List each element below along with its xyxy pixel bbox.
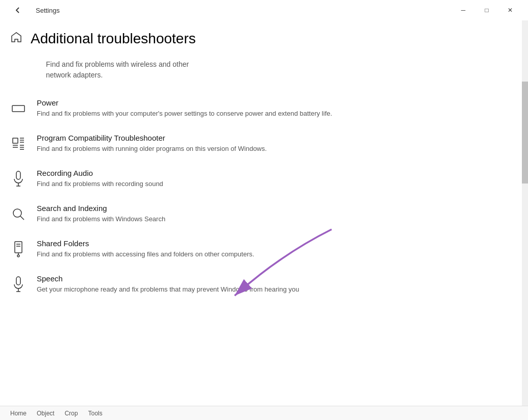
speech-title: Speech xyxy=(37,274,508,283)
toolbar-crop[interactable]: Crop xyxy=(65,410,78,417)
compat-text: Program Compatibility Troubleshooter Fin… xyxy=(37,134,508,154)
power-title: Power xyxy=(37,98,508,107)
svg-rect-10 xyxy=(16,171,20,179)
svg-point-13 xyxy=(13,209,21,217)
troubleshooter-power[interactable]: Power Find and fix problems with your co… xyxy=(10,91,508,126)
title-bar-left: Settings xyxy=(6,2,60,18)
window-controls: ─ □ ✕ xyxy=(451,2,522,18)
search-title: Search and Indexing xyxy=(37,204,508,213)
app-title: Settings xyxy=(36,7,60,14)
scrollbar-thumb[interactable] xyxy=(522,82,528,183)
maximize-button[interactable]: □ xyxy=(475,2,498,18)
toolbar-home[interactable]: Home xyxy=(10,410,27,417)
speech-icon xyxy=(10,274,27,295)
power-text: Power Find and fix problems with your co… xyxy=(37,98,508,119)
shared-title: Shared Folders xyxy=(37,239,508,248)
compat-icon xyxy=(10,134,27,154)
compat-title: Program Compatibility Troubleshooter xyxy=(37,134,508,142)
truncated-line1: Find and fix problems with wireless and … xyxy=(46,59,508,70)
toolbar-tools[interactable]: Tools xyxy=(88,410,103,417)
back-button[interactable] xyxy=(6,2,30,18)
svg-rect-0 xyxy=(12,106,24,112)
title-bar: Settings ─ □ ✕ xyxy=(0,0,528,20)
page-header: Additional troubleshooters xyxy=(10,31,508,47)
minimize-button[interactable]: ─ xyxy=(451,2,475,18)
speech-text: Speech Get your microphone ready and fix… xyxy=(37,274,508,295)
shared-desc: Find and fix problems with accessing fil… xyxy=(37,250,508,259)
svg-line-14 xyxy=(20,216,24,220)
troubleshooter-recording[interactable]: Recording Audio Find and fix problems wi… xyxy=(10,161,508,196)
truncated-line2: network adapters. xyxy=(46,70,508,81)
content-area: Additional troubleshooters Find and fix … xyxy=(0,20,528,420)
troubleshooter-search[interactable]: Search and Indexing Find and fix problem… xyxy=(10,196,508,231)
recording-desc: Find and fix problems with recording sou… xyxy=(37,179,508,189)
troubleshooter-speech[interactable]: Speech Get your microphone ready and fix… xyxy=(10,267,508,302)
items-list: Power Find and fix problems with your co… xyxy=(10,91,508,302)
svg-point-18 xyxy=(17,255,19,257)
recording-title: Recording Audio xyxy=(37,169,508,177)
shared-text: Shared Folders Find and fix problems wit… xyxy=(37,239,508,259)
search-icon xyxy=(10,204,27,224)
search-desc: Find and fix problems with Windows Searc… xyxy=(37,215,508,224)
troubleshooter-shared[interactable]: Shared Folders Find and fix problems wit… xyxy=(10,231,508,267)
speech-desc: Get your microphone ready and fix proble… xyxy=(37,285,508,295)
svg-rect-1 xyxy=(13,138,18,143)
search-text: Search and Indexing Find and fix problem… xyxy=(37,204,508,224)
bottom-toolbar: Home Object Crop Tools xyxy=(0,406,528,420)
power-desc: Find and fix problems with your computer… xyxy=(37,109,508,119)
truncated-item: Find and fix problems with wireless and … xyxy=(46,59,508,81)
mic-icon xyxy=(10,169,27,189)
shared-icon xyxy=(10,239,27,259)
svg-rect-15 xyxy=(15,242,22,253)
home-icon xyxy=(10,31,22,46)
svg-rect-20 xyxy=(16,277,20,285)
toolbar-object[interactable]: Object xyxy=(37,410,55,417)
close-button[interactable]: ✕ xyxy=(498,2,522,18)
scrollbar-track xyxy=(522,20,528,420)
page-title: Additional troubleshooters xyxy=(31,31,196,47)
troubleshooter-compat[interactable]: Program Compatibility Troubleshooter Fin… xyxy=(10,126,508,161)
recording-text: Recording Audio Find and fix problems wi… xyxy=(37,169,508,189)
power-icon xyxy=(10,98,27,119)
compat-desc: Find and fix problems with running older… xyxy=(37,144,508,154)
main-container: Additional troubleshooters Find and fix … xyxy=(0,20,528,420)
content-inner: Additional troubleshooters Find and fix … xyxy=(0,20,528,312)
